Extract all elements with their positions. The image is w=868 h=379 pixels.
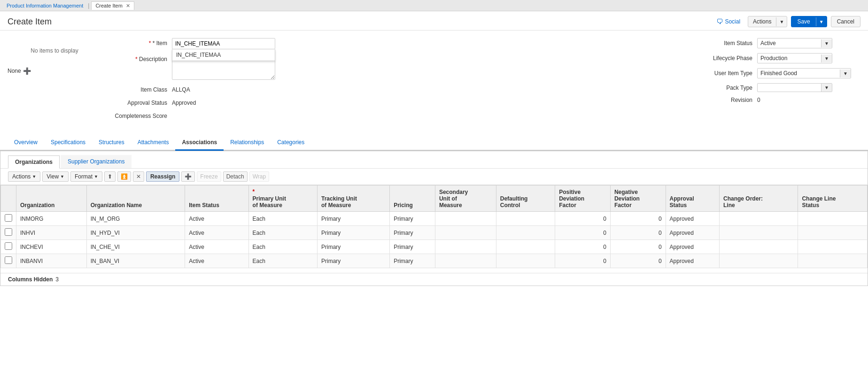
right-form: Item Status Active ▼ Lifecycle Phase Pro… bbox=[696, 38, 860, 124]
tab-attachments[interactable]: Attachments bbox=[131, 135, 176, 151]
cell-change-line-status bbox=[798, 226, 868, 240]
chevron-down-icon: ▼ bbox=[816, 17, 827, 26]
row-checkbox-cell[interactable] bbox=[1, 226, 16, 240]
cancel-button[interactable]: Cancel bbox=[831, 16, 860, 27]
tab-categories[interactable]: Categories bbox=[271, 135, 311, 151]
user-item-type-row: User Item Type Finished Good ▼ bbox=[696, 68, 860, 78]
save-button-group[interactable]: Save ▼ bbox=[791, 16, 827, 27]
tab-pim[interactable]: Product Information Management bbox=[4, 3, 86, 8]
col-pricing-header[interactable]: Pricing bbox=[390, 186, 435, 212]
chevron-down-icon[interactable]: ▼ bbox=[821, 84, 832, 92]
row-checkbox-cell[interactable] bbox=[1, 240, 16, 254]
social-button[interactable]: 🗨 Social bbox=[713, 16, 744, 27]
detach-button[interactable]: Detach bbox=[223, 171, 248, 182]
col-change-line-status-header[interactable]: Change LineStatus bbox=[798, 186, 868, 212]
wrap-button[interactable]: Wrap bbox=[249, 171, 269, 182]
cell-org-name: IN_HYD_VI bbox=[86, 226, 185, 240]
col-change-order-line-header[interactable]: Change Order:Line bbox=[719, 186, 798, 212]
row-checkbox[interactable] bbox=[5, 228, 12, 236]
cell-org: INCHEVI bbox=[16, 240, 87, 254]
format-menu-button[interactable]: Format ▼ bbox=[70, 171, 102, 182]
cell-org: INHVI bbox=[16, 226, 87, 240]
pack-type-label: Pack Type bbox=[696, 85, 757, 91]
cell-tracking-uom: Primary bbox=[318, 240, 390, 254]
cell-org-name: IN_BAN_VI bbox=[86, 254, 185, 268]
col-item-status-header[interactable]: Item Status bbox=[185, 186, 248, 212]
tab-associations[interactable]: Associations bbox=[175, 135, 224, 151]
tab-structures[interactable]: Structures bbox=[92, 135, 131, 151]
lifecycle-phase-select-wrapper[interactable]: Production ▼ bbox=[757, 53, 832, 63]
chevron-down-icon: ▼ bbox=[94, 174, 98, 179]
item-status-label: Item Status bbox=[696, 40, 757, 46]
tab-create-item[interactable]: Create Item ✕ bbox=[91, 1, 134, 10]
add-row-button[interactable]: ➕ bbox=[181, 171, 195, 182]
col-secondary-uom-header[interactable]: SecondaryUnit ofMeasure bbox=[435, 186, 496, 212]
cell-positive-dev: 0 bbox=[555, 254, 611, 268]
actions-dropdown[interactable]: Actions ▼ bbox=[748, 16, 787, 27]
cell-item-status: Active bbox=[185, 254, 248, 268]
form-area: No items to display None ➕ * * Item IN_C… bbox=[0, 31, 868, 131]
tab-specifications[interactable]: Specifications bbox=[44, 135, 92, 151]
col-defaulting-header[interactable]: DefaultingControl bbox=[496, 186, 555, 212]
center-form: * * Item IN_CHE_ITEMAA * Description It bbox=[111, 38, 687, 124]
cell-negative-dev: 0 bbox=[610, 240, 666, 254]
pack-type-value bbox=[758, 86, 821, 89]
col-tracking-uom-header[interactable]: Tracking Unitof Measure bbox=[318, 186, 390, 212]
tab-relationships[interactable]: Relationships bbox=[224, 135, 271, 151]
lifecycle-phase-row: Lifecycle Phase Production ▼ bbox=[696, 53, 860, 63]
chevron-down-icon[interactable]: ▼ bbox=[840, 70, 851, 77]
sub-tab-supplier-orgs[interactable]: Supplier Organizations bbox=[61, 155, 132, 168]
reassign-button[interactable]: Reassign bbox=[146, 171, 179, 182]
autocomplete-item[interactable]: IN_CHE_ITEMAA bbox=[172, 49, 275, 61]
col-checkbox-header bbox=[1, 186, 16, 212]
user-item-type-select-wrapper[interactable]: Finished Good ▼ bbox=[757, 68, 851, 78]
columns-hidden-count: 3 bbox=[55, 276, 59, 283]
cell-pricing: Primary bbox=[390, 226, 435, 240]
view-menu-button[interactable]: View ▼ bbox=[42, 171, 69, 182]
cell-primary-uom: Each bbox=[248, 212, 317, 226]
move-up-button[interactable]: ⬆ bbox=[104, 171, 116, 182]
cell-primary-uom: Each bbox=[248, 226, 317, 240]
user-item-type-value: Finished Good bbox=[758, 69, 840, 78]
tab-overview[interactable]: Overview bbox=[8, 135, 44, 151]
freeze-button[interactable]: Freeze bbox=[197, 171, 221, 182]
item-class-label: Item Class bbox=[111, 85, 172, 93]
chevron-down-icon[interactable]: ▼ bbox=[821, 39, 832, 47]
page-title: Create Item bbox=[8, 17, 52, 27]
row-checkbox[interactable] bbox=[5, 256, 12, 264]
col-negative-dev-header[interactable]: NegativeDeviationFactor bbox=[610, 186, 666, 212]
col-organization-header[interactable]: Organization bbox=[16, 186, 87, 212]
lifecycle-phase-value: Production bbox=[758, 54, 821, 63]
cell-positive-dev: 0 bbox=[555, 226, 611, 240]
tab-separator: | bbox=[88, 2, 89, 9]
description-label: * Description bbox=[111, 54, 172, 62]
item-input[interactable] bbox=[172, 38, 275, 49]
close-icon[interactable]: ✕ bbox=[126, 3, 130, 8]
col-primary-uom-header[interactable]: * Primary Unitof Measure bbox=[248, 186, 317, 212]
cell-change-line-status bbox=[798, 212, 868, 226]
cell-change-line-status bbox=[798, 240, 868, 254]
tabs-navigation: Overview Specifications Structures Attac… bbox=[0, 135, 868, 151]
row-checkbox-cell[interactable] bbox=[1, 212, 16, 226]
cell-defaulting bbox=[496, 226, 555, 240]
actions-menu-button[interactable]: Actions ▼ bbox=[8, 171, 40, 182]
item-class-row: Item Class ALLQA bbox=[111, 85, 687, 93]
chevron-down-icon[interactable]: ▼ bbox=[821, 54, 832, 62]
col-positive-dev-header[interactable]: PositiveDeviationFactor bbox=[555, 186, 611, 212]
pack-type-select-wrapper[interactable]: ▼ bbox=[757, 83, 832, 92]
lifecycle-phase-label: Lifecycle Phase bbox=[696, 55, 757, 62]
item-status-value: Active bbox=[758, 39, 821, 48]
item-status-select-wrapper[interactable]: Active ▼ bbox=[757, 38, 832, 48]
col-org-name-header[interactable]: Organization Name bbox=[86, 186, 185, 212]
page-header: Create Item 🗨 Social Actions ▼ Save ▼ Ca… bbox=[0, 11, 868, 31]
col-approval-status-header[interactable]: ApprovalStatus bbox=[666, 186, 719, 212]
row-checkbox[interactable] bbox=[5, 214, 12, 222]
delete-button[interactable]: ✕ bbox=[133, 171, 144, 182]
row-checkbox[interactable] bbox=[5, 242, 12, 250]
table-row: INMORG IN_M_ORG Active Each Primary Prim… bbox=[1, 212, 868, 226]
row-checkbox-cell[interactable] bbox=[1, 254, 16, 268]
move-to-top-button[interactable]: ⏫ bbox=[117, 171, 131, 182]
cell-secondary-uom bbox=[435, 226, 496, 240]
sub-tab-organizations[interactable]: Organizations bbox=[8, 155, 60, 169]
add-icon[interactable]: ➕ bbox=[23, 67, 31, 75]
